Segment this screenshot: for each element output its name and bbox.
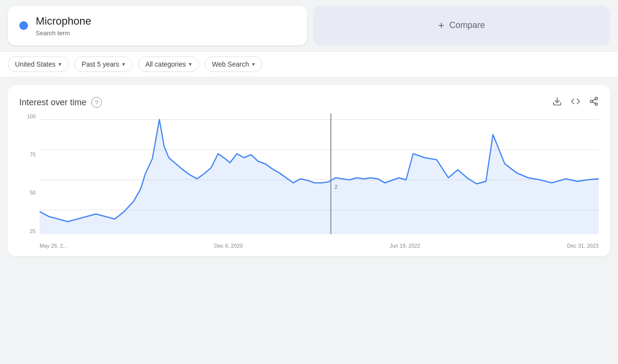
chart-actions <box>552 97 599 109</box>
chart-section: Interest over time ? <box>8 85 610 256</box>
help-icon[interactable]: ? <box>91 97 102 108</box>
svg-line-4 <box>592 102 595 103</box>
filter-bar: United States ▾ Past 5 years ▾ All categ… <box>0 51 618 77</box>
category-filter[interactable]: All categories ▾ <box>138 56 199 72</box>
compare-card[interactable]: + Compare <box>313 6 610 45</box>
search-type-filter[interactable]: Web Search ▾ <box>205 56 262 72</box>
search-dot <box>19 21 28 30</box>
embed-icon[interactable] <box>571 97 580 109</box>
x-label-dec2023: Dec 31, 2023 <box>567 243 599 249</box>
y-label-50: 50 <box>30 190 36 196</box>
top-bar: Microphone Search term + Compare <box>0 0 618 51</box>
chart-title-group: Interest over time ? <box>19 97 102 108</box>
chart-title: Interest over time <box>19 98 86 108</box>
search-term-text: Microphone Search term <box>36 14 91 37</box>
chevron-down-icon: ▾ <box>58 61 61 68</box>
chart-header: Interest over time ? <box>19 97 599 109</box>
search-term-card: Microphone Search term <box>8 6 307 45</box>
x-label-dec2020: Dec 6, 2020 <box>214 243 243 249</box>
chart-area: 100 75 50 25 2 <box>19 113 599 249</box>
search-type-filter-label: Web Search <box>212 60 249 68</box>
chart-svg: 2 <box>40 113 599 234</box>
y-label-75: 75 <box>30 152 36 157</box>
y-label-100: 100 <box>27 113 36 119</box>
x-label-jun2022: Jun 19, 2022 <box>390 243 421 249</box>
region-filter-label: United States <box>15 60 56 68</box>
category-filter-label: All categories <box>145 60 186 68</box>
svg-line-5 <box>592 99 595 100</box>
download-icon[interactable] <box>552 97 562 109</box>
y-axis-labels: 100 75 50 25 <box>19 113 39 234</box>
chart-canvas: 2 <box>40 113 599 234</box>
chevron-down-icon: ▾ <box>122 61 125 68</box>
x-axis-labels: May 26, 2... Dec 6, 2020 Jun 19, 2022 De… <box>40 235 599 249</box>
time-filter-label: Past 5 years <box>82 60 119 68</box>
region-filter[interactable]: United States ▾ <box>8 56 69 72</box>
x-label-may2019: May 26, 2... <box>40 243 67 249</box>
plus-icon: + <box>438 19 445 32</box>
time-filter[interactable]: Past 5 years ▾ <box>74 56 132 72</box>
search-term-sublabel: Search term <box>36 29 91 37</box>
y-label-25: 25 <box>30 228 36 234</box>
chevron-down-icon: ▾ <box>252 61 255 68</box>
search-term-label: Microphone <box>36 14 91 28</box>
share-icon[interactable] <box>589 97 599 109</box>
chevron-down-icon: ▾ <box>189 61 192 68</box>
compare-label: Compare <box>449 20 485 30</box>
